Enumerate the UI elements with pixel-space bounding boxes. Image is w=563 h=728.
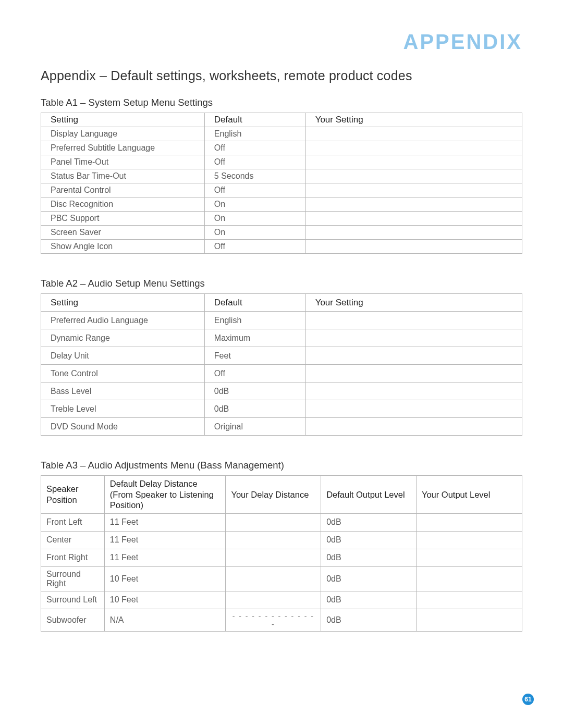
- cell-default: On: [204, 212, 305, 226]
- cell-position: Subwoofer: [41, 609, 105, 631]
- table-row: DVD Sound ModeOriginal: [41, 418, 522, 436]
- cell-setting: Bass Level: [41, 382, 205, 400]
- cell-setting: Dynamic Range: [41, 329, 205, 347]
- cell-your-level: [416, 549, 522, 566]
- cell-default: Off: [204, 155, 305, 169]
- cell-default-distance: 10 Feet: [104, 591, 226, 609]
- brand-title: APPENDIX: [41, 30, 522, 54]
- cell-your: [305, 418, 522, 436]
- cell-position: Front Right: [41, 549, 105, 566]
- table-row: Show Angle IconOff: [41, 240, 522, 254]
- col-default-output-level: Default Output Level: [321, 476, 417, 514]
- cell-your-level: [416, 609, 522, 631]
- cell-your-level: [416, 513, 522, 531]
- col-setting: Setting: [41, 113, 205, 127]
- cell-your-distance: [226, 591, 321, 609]
- table-row: Surround Left10 Feet0dB: [41, 591, 522, 609]
- cell-default: Off: [204, 183, 305, 198]
- cell-setting: Treble Level: [41, 400, 205, 418]
- table-row: Status Bar Time-Out5 Seconds: [41, 169, 522, 183]
- table-row: Screen SaverOn: [41, 226, 522, 240]
- cell-setting: Disc Recognition: [41, 198, 205, 212]
- cell-your-distance: [226, 566, 321, 591]
- cell-default-level: 0dB: [321, 531, 417, 549]
- table-row: Front Left11 Feet0dB: [41, 513, 522, 531]
- table-a1: Setting Default Your Setting Display Lan…: [41, 113, 522, 254]
- table-a3: Speaker Position Default Delay Distance …: [41, 475, 522, 632]
- cell-your: [305, 198, 522, 212]
- table-a2-caption: Table A2 – Audio Setup Menu Settings: [41, 278, 522, 289]
- cell-default: On: [204, 226, 305, 240]
- cell-default: Off: [204, 365, 305, 382]
- table-header-row: Setting Default Your Setting: [41, 294, 522, 312]
- table-row: Bass Level0dB: [41, 382, 522, 400]
- table-row: SubwooferN/A- - - - - - - - - - - - - -0…: [41, 609, 522, 631]
- table-a3-caption: Table A3 – Audio Adjustments Menu (Bass …: [41, 460, 522, 471]
- cell-setting: Panel Time-Out: [41, 155, 205, 169]
- cell-setting: DVD Sound Mode: [41, 418, 205, 436]
- cell-default: 0dB: [204, 400, 305, 418]
- table-row: Surround Right10 Feet0dB: [41, 566, 522, 591]
- col-default: Default: [204, 294, 305, 312]
- cell-your: [305, 365, 522, 382]
- cell-your: [305, 155, 522, 169]
- table-row: Disc RecognitionOn: [41, 198, 522, 212]
- table-header-row: Speaker Position Default Delay Distance …: [41, 476, 522, 514]
- cell-your: [305, 240, 522, 254]
- cell-your-distance: [226, 549, 321, 566]
- cell-setting: Parental Control: [41, 183, 205, 198]
- cell-position: Center: [41, 531, 105, 549]
- cell-your: [305, 127, 522, 141]
- cell-default-level: 0dB: [321, 609, 417, 631]
- cell-default: Maximum: [204, 329, 305, 347]
- cell-your: [305, 329, 522, 347]
- cell-default: 0dB: [204, 382, 305, 400]
- cell-your: [305, 169, 522, 183]
- table-row: Front Right11 Feet0dB: [41, 549, 522, 566]
- cell-default: Off: [204, 240, 305, 254]
- col-your-output-level: Your Output Level: [416, 476, 522, 514]
- table-row: PBC SupportOn: [41, 212, 522, 226]
- cell-your-level: [416, 566, 522, 591]
- cell-position: Surround Left: [41, 591, 105, 609]
- table-row: Panel Time-OutOff: [41, 155, 522, 169]
- table-header-row: Setting Default Your Setting: [41, 113, 522, 127]
- cell-setting: Screen Saver: [41, 226, 205, 240]
- cell-setting: Delay Unit: [41, 347, 205, 365]
- cell-your-distance: [226, 531, 321, 549]
- table-row: Preferred Audio LanguageEnglish: [41, 312, 522, 329]
- cell-your-distance: - - - - - - - - - - - - - -: [226, 609, 321, 631]
- cell-position: Surround Right: [41, 566, 105, 591]
- cell-default: 5 Seconds: [204, 169, 305, 183]
- table-row: Center11 Feet0dB: [41, 531, 522, 549]
- cell-setting: Preferred Subtitle Language: [41, 141, 205, 155]
- cell-setting: Display Language: [41, 127, 205, 141]
- col-your-setting: Your Setting: [305, 113, 522, 127]
- table-row: Display LanguageEnglish: [41, 127, 522, 141]
- col-your-setting: Your Setting: [305, 294, 522, 312]
- cell-default: On: [204, 198, 305, 212]
- cell-default-distance: N/A: [104, 609, 226, 631]
- table-row: Parental ControlOff: [41, 183, 522, 198]
- col-your-delay-distance: Your Delay Distance: [226, 476, 321, 514]
- col-default-delay-distance: Default Delay Distance (From Speaker to …: [104, 476, 226, 514]
- cell-setting: Status Bar Time-Out: [41, 169, 205, 183]
- table-a1-caption: Table A1 – System Setup Menu Settings: [41, 97, 522, 108]
- cell-default-distance: 11 Feet: [104, 531, 226, 549]
- cell-your: [305, 312, 522, 329]
- cell-your: [305, 382, 522, 400]
- table-row: Treble Level0dB: [41, 400, 522, 418]
- cell-default: Feet: [204, 347, 305, 365]
- col-speaker-position: Speaker Position: [41, 476, 105, 514]
- cell-your: [305, 226, 522, 240]
- col-default: Default: [204, 113, 305, 127]
- cell-default: English: [204, 312, 305, 329]
- cell-default: Off: [204, 141, 305, 155]
- cell-your: [305, 141, 522, 155]
- cell-default-level: 0dB: [321, 549, 417, 566]
- cell-default: English: [204, 127, 305, 141]
- table-row: Delay UnitFeet: [41, 347, 522, 365]
- cell-your: [305, 400, 522, 418]
- page-heading: Appendix – Default settings, worksheets,…: [41, 68, 522, 83]
- cell-position: Front Left: [41, 513, 105, 531]
